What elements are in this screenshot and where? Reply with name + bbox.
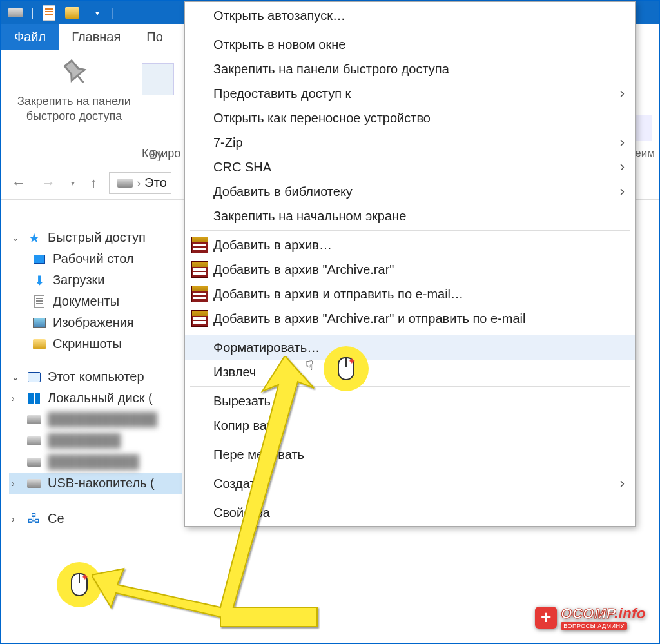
tree-pictures[interactable]: Изображения	[9, 312, 182, 333]
up-button[interactable]: ↑	[86, 172, 101, 194]
watermark-brand: OCOMP.info	[561, 605, 646, 622]
qat-dropdown-icon[interactable]: ▼	[86, 4, 104, 22]
ctx-add-archive-rar-email[interactable]: Добавить в архив "Archive.rar" и отправи…	[185, 306, 635, 331]
recent-dropdown[interactable]: ▾	[67, 176, 79, 190]
chevron-right-icon: ›	[620, 475, 625, 492]
tree-blurred-drive-1[interactable]: ████████████	[9, 409, 182, 430]
tree-blurred-drive-2[interactable]: ████████	[9, 430, 182, 451]
watermark-subtitle: ВОПРОСЫ АДМИНУ	[561, 622, 627, 630]
ctx-separator	[190, 469, 630, 469]
ribbon-pin-group[interactable]: Закрепить на панелибыстрого доступа	[6, 58, 142, 124]
tree-desktop[interactable]: Рабочий стол	[9, 248, 182, 269]
winrar-icon	[191, 261, 208, 278]
ctx-add-archive[interactable]: Добавить в архив…	[185, 233, 635, 257]
ctx-separator	[190, 440, 630, 440]
address-bar[interactable]: › Это	[109, 172, 171, 194]
ctx-pin-quick-access[interactable]: Закрепить на панели быстрого доступа	[185, 57, 635, 81]
ctx-separator	[190, 386, 630, 387]
tree-network[interactable]: ›🖧Се	[9, 508, 182, 529]
winrar-icon	[191, 310, 208, 327]
ctx-grant-access[interactable]: Предоставить доступ к›	[185, 81, 635, 106]
qat-separator: |	[110, 4, 115, 22]
ctx-add-archive-email[interactable]: Добавить в архив и отправить по e-mail…	[185, 282, 635, 306]
tab-file[interactable]: Файл	[1, 24, 59, 50]
ctx-add-archive-rar[interactable]: Добавить в архив "Archive.rar"	[185, 257, 635, 282]
tree-documents[interactable]: Документы	[9, 291, 182, 312]
tab-share-partial[interactable]: По	[133, 24, 176, 50]
chevron-right-icon: ›	[620, 85, 625, 102]
ribbon-copy-icon[interactable]	[142, 63, 174, 95]
ctx-rename[interactable]: Пере меновать	[185, 442, 635, 467]
watermark: + OCOMP.info ВОПРОСЫ АДМИНУ	[535, 605, 646, 630]
annotation-highlight-usb: ✦	[57, 562, 102, 607]
tree-local-disk[interactable]: ›Локальный диск (	[9, 387, 182, 409]
drive-icon	[117, 179, 133, 188]
qat-separator: |	[30, 4, 35, 22]
forward-button[interactable]: →	[37, 172, 59, 194]
mouse-icon: ✦	[71, 573, 88, 596]
chevron-right-icon: ›	[620, 134, 625, 151]
ctx-copy[interactable]: Копир вать	[185, 413, 635, 438]
ctx-portable-device[interactable]: Открыть как переносное устройство	[185, 106, 635, 130]
ctx-separator	[190, 333, 630, 333]
ctx-add-library[interactable]: Добавить в библиотеку›	[185, 179, 635, 204]
ctx-cut[interactable]: Вырезать	[185, 389, 635, 413]
context-menu: Открыть автозапуск… Открыть в новом окне…	[184, 1, 636, 527]
ctx-format[interactable]: Форматировать…	[185, 335, 635, 360]
ribbon-group-clipboard: Бу	[150, 148, 162, 162]
ctx-separator	[190, 498, 630, 498]
ctx-create[interactable]: Создать›	[185, 471, 635, 496]
tree-usb-drive[interactable]: ›USB-накопитель (	[9, 473, 182, 494]
ctx-eject[interactable]: Извлеч	[185, 360, 635, 384]
tree-screenshots[interactable]: Скриншоты	[9, 333, 182, 355]
explorer-window: | ▼ | Файл Главная По Закрепить на панел…	[0, 0, 660, 644]
folder-icon[interactable]	[63, 4, 81, 22]
document-icon[interactable]	[40, 4, 58, 22]
breadcrumb-this-pc[interactable]: Это	[144, 175, 166, 190]
ctx-separator	[190, 230, 630, 231]
winrar-icon	[191, 286, 208, 302]
tree-this-pc[interactable]: ⌄Этот компьютер	[9, 366, 182, 387]
ctx-properties[interactable]: Свойства	[185, 500, 635, 525]
pin-icon	[59, 58, 90, 89]
tree-quick-access[interactable]: ⌄★Быстрый доступ	[9, 227, 182, 248]
ribbon-pin-label: Закрепить на панелибыстрого доступа	[17, 94, 131, 124]
ctx-7zip[interactable]: 7-Zip›	[185, 130, 635, 155]
tree-blurred-drive-3[interactable]: ██████████	[9, 451, 182, 473]
mouse-icon: ✦	[338, 357, 354, 380]
tab-main[interactable]: Главная	[59, 24, 133, 50]
ctx-new-window[interactable]: Открыть в новом окне	[185, 32, 635, 57]
tree-downloads[interactable]: ⬇Загрузки	[9, 269, 182, 291]
winrar-icon	[191, 237, 208, 253]
ctx-separator	[190, 30, 630, 30]
back-button[interactable]: ←	[8, 172, 30, 194]
chevron-right-icon: ›	[620, 183, 625, 200]
chevron-right-icon: ›	[620, 159, 625, 175]
ctx-autorun[interactable]: Открыть автозапуск…	[185, 3, 635, 28]
annotation-highlight-format: ✦ ☟	[324, 346, 369, 391]
ctx-pin-start[interactable]: Закрепить на начальном экране	[185, 204, 635, 228]
ctx-crc-sha[interactable]: CRC SHA›	[185, 155, 635, 179]
drive-icon	[6, 4, 24, 22]
watermark-plus-icon: +	[535, 607, 557, 629]
